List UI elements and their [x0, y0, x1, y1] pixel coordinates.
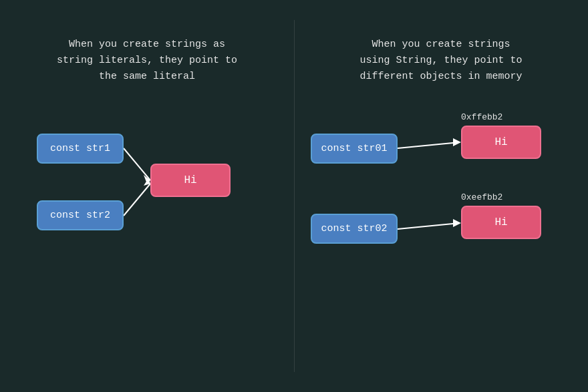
svg-line-2 — [124, 184, 150, 216]
svg-marker-1 — [144, 175, 150, 184]
str01-label: const str01 — [321, 143, 387, 154]
addr2-label: 0xeefbb2 — [461, 192, 502, 202]
svg-line-4 — [398, 142, 460, 148]
hi-box-left: Hi — [150, 164, 231, 197]
right-description: When you create strings using String, th… — [294, 0, 588, 85]
svg-marker-7 — [453, 219, 461, 227]
addr2-text: 0xeefbb2 — [461, 192, 502, 202]
addr1-label: 0xffebb2 — [461, 112, 502, 122]
svg-marker-5 — [453, 138, 461, 146]
left-description: When you create strings as string litera… — [0, 0, 294, 85]
svg-line-6 — [398, 223, 460, 229]
left-diagram: const str1 const str2 Hi — [0, 107, 294, 392]
svg-marker-3 — [144, 178, 150, 186]
svg-line-0 — [124, 148, 150, 180]
left-panel: When you create strings as string litera… — [0, 0, 294, 392]
hi1-label: Hi — [494, 136, 507, 148]
str2-label: const str2 — [50, 210, 110, 221]
str02-box: const str02 — [311, 214, 398, 244]
str1-label: const str1 — [50, 143, 110, 154]
main-container: When you create strings as string litera… — [0, 0, 588, 392]
hi-left-label: Hi — [184, 174, 196, 186]
addr1-text: 0xffebb2 — [461, 112, 502, 122]
str01-box: const str01 — [311, 134, 398, 164]
hi-box-right2: Hi — [461, 206, 541, 239]
hi-box-right1: Hi — [461, 126, 541, 159]
str2-box: const str2 — [37, 200, 124, 230]
right-panel: When you create strings using String, th… — [294, 0, 588, 392]
str02-label: const str02 — [321, 223, 387, 234]
hi2-label: Hi — [494, 216, 507, 228]
str1-box: const str1 — [37, 134, 124, 164]
right-diagram: 0xffebb2 const str01 Hi 0xeefbb2 const s… — [294, 107, 588, 392]
